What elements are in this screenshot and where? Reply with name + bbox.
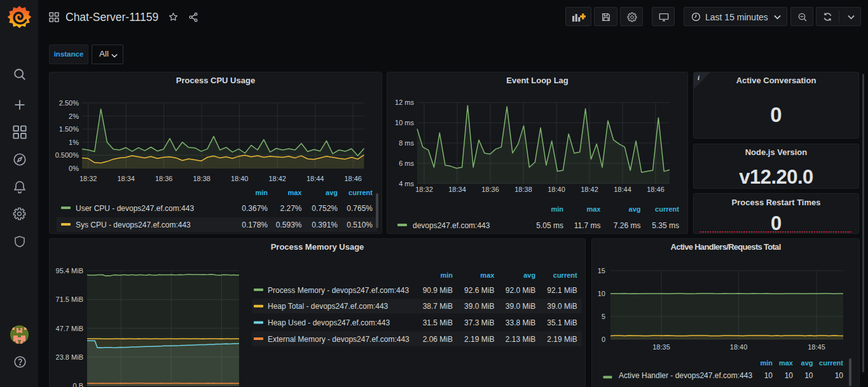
svg-text:min: min	[551, 205, 563, 213]
svg-text:11.7 ms: 11.7 ms	[574, 221, 601, 230]
svg-text:95.4 MiB: 95.4 MiB	[56, 267, 83, 275]
svg-text:Process Memory - devops247.ef.: Process Memory - devops247.ef.com:443	[268, 286, 409, 295]
svg-text:avg: avg	[326, 189, 338, 196]
svg-text:47.7 MiB: 47.7 MiB	[56, 325, 83, 332]
svg-text:0 B: 0 B	[72, 382, 83, 387]
svg-text:12 ms: 12 ms	[395, 98, 414, 106]
svg-text:min: min	[255, 189, 268, 196]
svg-text:current: current	[348, 189, 373, 196]
svg-text:max: max	[779, 359, 794, 367]
svg-text:2%: 2%	[69, 112, 79, 120]
svg-text:5.05 ms: 5.05 ms	[536, 221, 563, 230]
svg-text:2.27%: 2.27%	[280, 204, 301, 213]
svg-text:10: 10	[598, 290, 605, 297]
svg-text:0: 0	[602, 336, 605, 343]
svg-text:92.0 MiB: 92.0 MiB	[506, 286, 535, 295]
svg-text:10: 10	[804, 371, 813, 380]
svg-text:18:40: 18:40	[730, 343, 748, 351]
svg-text:7.26 ms: 7.26 ms	[614, 221, 641, 230]
svg-text:max: max	[287, 189, 302, 196]
svg-text:External Memory - devops247.ef: External Memory - devops247.ef.com:443	[268, 335, 410, 344]
svg-text:Heap Total - devops247.ef.com:: Heap Total - devops247.ef.com:443	[268, 302, 389, 311]
svg-text:39.0 MiB: 39.0 MiB	[506, 302, 535, 311]
svg-text:37.3 MiB: 37.3 MiB	[464, 318, 494, 327]
svg-text:max: max	[586, 205, 601, 213]
svg-text:18:34: 18:34	[448, 186, 466, 193]
svg-text:User CPU - devops247.ef.com:44: User CPU - devops247.ef.com:443	[76, 204, 194, 213]
svg-text:18:42: 18:42	[268, 175, 286, 182]
svg-text:39.0 MiB: 39.0 MiB	[464, 302, 494, 311]
svg-text:6 ms: 6 ms	[399, 160, 414, 167]
svg-text:18:32: 18:32	[415, 186, 433, 193]
svg-text:18:40: 18:40	[548, 186, 565, 193]
svg-text:0.752%: 0.752%	[312, 204, 338, 213]
svg-text:2.19 MiB: 2.19 MiB	[547, 335, 577, 344]
svg-text:18:32: 18:32	[79, 175, 97, 182]
svg-text:0.178%: 0.178%	[242, 221, 268, 229]
svg-text:1%: 1%	[69, 139, 79, 146]
svg-text:Active Handler - devops247.ef.: Active Handler - devops247.ef.com:443	[619, 371, 752, 380]
svg-text:Sys CPU - devops247.ef.com:443: Sys CPU - devops247.ef.com:443	[76, 221, 191, 229]
svg-text:18:46: 18:46	[344, 175, 362, 182]
svg-text:avg: avg	[801, 359, 813, 367]
svg-text:18:42: 18:42	[581, 186, 598, 193]
svg-text:18:44: 18:44	[614, 186, 631, 193]
svg-text:92.1 MiB: 92.1 MiB	[547, 286, 577, 295]
svg-text:18:44: 18:44	[307, 175, 324, 182]
svg-text:18:38: 18:38	[193, 175, 210, 182]
svg-text:min: min	[440, 271, 453, 279]
svg-text:4 ms: 4 ms	[399, 180, 414, 187]
svg-text:0%: 0%	[69, 165, 79, 172]
svg-text:10: 10	[835, 371, 844, 380]
svg-text:0.367%: 0.367%	[242, 204, 268, 213]
svg-text:2.19 MiB: 2.19 MiB	[464, 335, 494, 344]
svg-text:18:38: 18:38	[514, 186, 532, 193]
svg-text:35.1 MiB: 35.1 MiB	[547, 318, 577, 327]
svg-text:max: max	[480, 271, 495, 279]
svg-text:0.593%: 0.593%	[276, 221, 302, 229]
svg-text:18:45: 18:45	[808, 343, 825, 351]
svg-text:18:36: 18:36	[155, 175, 173, 182]
svg-text:18:36: 18:36	[481, 186, 499, 193]
svg-text:18:34: 18:34	[117, 175, 135, 182]
svg-text:18:40: 18:40	[231, 175, 249, 182]
svg-text:0.391%: 0.391%	[312, 221, 338, 229]
svg-text:18:35: 18:35	[652, 343, 670, 351]
svg-text:71.5 MiB: 71.5 MiB	[56, 295, 83, 303]
svg-text:avg: avg	[629, 205, 641, 213]
svg-text:33.8 MiB: 33.8 MiB	[506, 318, 535, 327]
svg-text:39.0 MiB: 39.0 MiB	[547, 302, 577, 311]
svg-text:0.510%: 0.510%	[347, 221, 373, 229]
svg-text:devops247.ef.com:443: devops247.ef.com:443	[413, 221, 490, 230]
svg-text:0.500%: 0.500%	[55, 151, 79, 159]
svg-text:2.13 MiB: 2.13 MiB	[506, 335, 535, 344]
svg-text:avg: avg	[523, 271, 535, 279]
svg-text:90.9 MiB: 90.9 MiB	[423, 286, 453, 295]
svg-text:15: 15	[598, 267, 605, 275]
svg-text:10 ms: 10 ms	[395, 119, 414, 126]
svg-text:23.8 MiB: 23.8 MiB	[56, 353, 83, 361]
svg-text:31.5 MiB: 31.5 MiB	[423, 318, 453, 327]
svg-text:2.06 MiB: 2.06 MiB	[423, 335, 453, 344]
svg-text:0.765%: 0.765%	[347, 204, 373, 213]
svg-text:current: current	[655, 205, 679, 213]
svg-text:current: current	[819, 359, 843, 367]
svg-text:5.35 ms: 5.35 ms	[652, 221, 679, 230]
svg-text:10: 10	[785, 371, 794, 380]
svg-text:current: current	[553, 271, 577, 279]
svg-text:2.50%: 2.50%	[59, 99, 79, 107]
svg-text:5: 5	[602, 313, 605, 320]
svg-text:min: min	[760, 359, 773, 367]
svg-text:18:46: 18:46	[647, 186, 665, 193]
svg-text:1.50%: 1.50%	[59, 125, 79, 133]
svg-text:Heap Used - devops247.ef.com:4: Heap Used - devops247.ef.com:443	[268, 318, 390, 327]
svg-text:38.7 MiB: 38.7 MiB	[423, 302, 453, 311]
svg-text:10: 10	[764, 371, 773, 380]
svg-text:8 ms: 8 ms	[399, 139, 414, 147]
svg-text:92.6 MiB: 92.6 MiB	[464, 286, 494, 295]
